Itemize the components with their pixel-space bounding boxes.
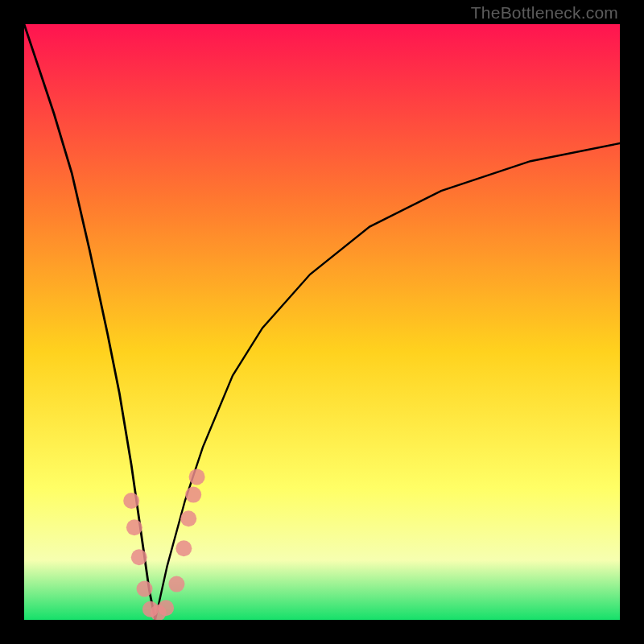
curve-right-arm bbox=[155, 143, 620, 620]
watermark-label: TheBottleneck.com bbox=[471, 3, 618, 23]
marker-point bbox=[131, 549, 147, 565]
marker-point bbox=[175, 540, 192, 556]
marker-point bbox=[180, 510, 196, 526]
marker-point bbox=[189, 469, 205, 485]
chart-frame: TheBottleneck.com bbox=[0, 0, 644, 644]
marker-point bbox=[126, 519, 142, 535]
marker-point bbox=[185, 487, 201, 503]
marker-point bbox=[158, 600, 174, 616]
marker-point bbox=[168, 576, 184, 592]
bottleneck-curve bbox=[24, 24, 620, 620]
marker-point bbox=[123, 493, 139, 509]
plot-area bbox=[24, 24, 620, 620]
marker-point bbox=[137, 581, 153, 597]
